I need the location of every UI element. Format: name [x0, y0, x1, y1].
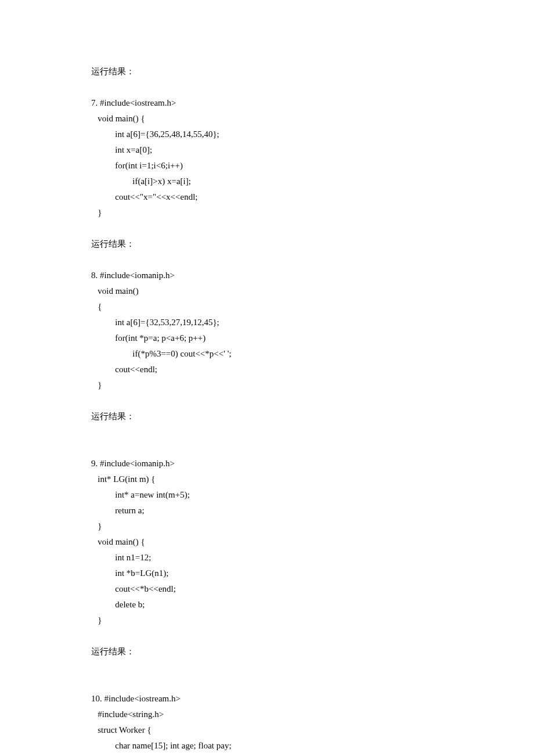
- code-line: #include<iostream.h>: [104, 694, 181, 703]
- code-line: 7.: [91, 98, 98, 107]
- result-label-2: 运行结果：: [91, 412, 135, 421]
- code-line: return a;: [106, 506, 144, 515]
- code-line: }: [98, 521, 102, 531]
- code-line: {: [98, 302, 102, 311]
- code-line: if(a[i]>x) x=a[i];: [115, 177, 191, 186]
- code-line: 10.: [91, 694, 102, 703]
- code-line: int *b=LG(n1);: [106, 568, 168, 578]
- code-line: void main(): [98, 286, 138, 296]
- code-line: }: [98, 615, 102, 625]
- code-line: int* LG(int m) {: [98, 474, 155, 484]
- code-line: 9.: [91, 459, 98, 468]
- code-line: if(*p%3==0) cout<<*p<<' ';: [115, 349, 231, 358]
- code-line: #include<iostream.h>: [100, 98, 176, 107]
- code-line: struct Worker {: [98, 725, 151, 735]
- document-page: 运行结果： 7. #include<iostream.h> void main(…: [0, 0, 534, 756]
- result-label-1: 运行结果：: [91, 239, 135, 249]
- code-line: for(int i=1;i<6;i++): [106, 161, 183, 170]
- code-line: #include<iomanip.h>: [100, 271, 175, 280]
- code-line: int a[6]={32,53,27,19,12,45};: [106, 318, 219, 327]
- code-line: void main() {: [98, 114, 145, 123]
- code-line: delete b;: [106, 600, 145, 609]
- code-line: int* a=new int(m+5);: [106, 490, 190, 499]
- code-line: void main() {: [98, 537, 145, 546]
- code-line: int n1=12;: [106, 553, 151, 562]
- code-line: cout<<*b<<endl;: [106, 584, 176, 593]
- code-line: int a[6]={36,25,48,14,55,40};: [106, 129, 219, 139]
- code-line: #include<string.h>: [98, 710, 164, 719]
- code-line: }: [98, 208, 102, 217]
- code-line: int x=a[0];: [106, 145, 152, 154]
- code-line: #include<iomanip.h>: [100, 459, 175, 468]
- code-line: cout<<"x="<<x<<endl;: [106, 192, 197, 201]
- code-line: cout<<endl;: [106, 365, 157, 374]
- code-line: 8.: [91, 271, 98, 280]
- code-line: }: [98, 380, 102, 390]
- code-line: char name[15]; int age; float pay;: [106, 741, 231, 750]
- code-line: for(int *p=a; p<a+6; p++): [106, 333, 205, 343]
- result-label-3: 运行结果：: [91, 647, 135, 656]
- result-label-0: 运行结果：: [91, 67, 135, 76]
